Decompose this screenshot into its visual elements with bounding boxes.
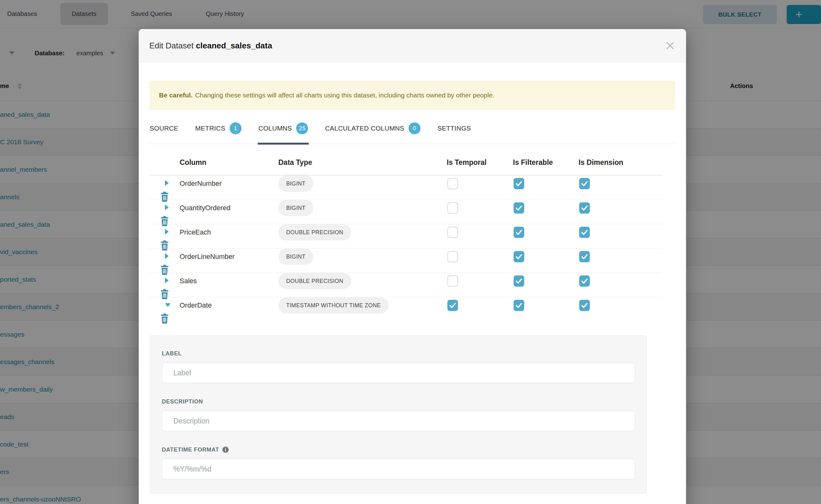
modal-body: Be careful. Changing these settings will… — [139, 81, 686, 493]
column-row-ordernumber: OrderNumberBIGINT — [150, 175, 663, 200]
check-icon — [581, 228, 589, 236]
tab-count-badge: 0 — [408, 122, 421, 134]
column-header-is-filterable: Is Filterable — [513, 158, 579, 167]
tab-settings[interactable]: SETTINGS — [438, 122, 471, 134]
tab-count-badge: 1 — [230, 122, 241, 134]
column-header-is-temporal: Is Temporal — [447, 158, 513, 167]
expand-caret-icon[interactable] — [165, 205, 169, 210]
check-icon — [581, 277, 589, 285]
columns-table-header: ColumnData TypeIs TemporalIs FilterableI… — [150, 144, 663, 175]
check-icon — [581, 301, 589, 309]
modal-title-prefix: Edit Dataset — [149, 41, 194, 50]
trash-icon[interactable] — [161, 216, 169, 226]
is-dimension-checkbox[interactable] — [579, 227, 590, 238]
data-type-pill: TIMESTAMP WITHOUT TIME ZONE — [278, 297, 388, 314]
info-icon[interactable] — [222, 446, 229, 453]
is-temporal-checkbox[interactable] — [448, 251, 458, 262]
trash-icon[interactable] — [161, 289, 169, 299]
column-row-priceeach: PriceEachDOUBLE PRECISION — [150, 224, 663, 249]
check-icon — [515, 204, 523, 212]
column-name: PriceEach — [180, 228, 278, 236]
close-icon[interactable] — [665, 40, 675, 51]
trash-icon[interactable] — [161, 265, 169, 275]
column-row-orderdate: OrderDateTIMESTAMP WITHOUT TIME ZONE — [150, 297, 663, 322]
field-label: DATETIME FORMAT — [162, 446, 219, 454]
is-dimension-checkbox[interactable] — [579, 178, 590, 189]
tab-label: SETTINGS — [438, 124, 471, 132]
field-group-label: LABEL — [162, 349, 635, 383]
is-dimension-checkbox[interactable] — [579, 251, 590, 262]
is-temporal-checkbox[interactable] — [448, 300, 458, 311]
tab-count-badge: 25 — [296, 122, 308, 134]
is-filterable-checkbox[interactable] — [514, 178, 524, 189]
is-dimension-checkbox[interactable] — [579, 202, 590, 214]
is-filterable-checkbox[interactable] — [514, 251, 524, 262]
trash-icon[interactable] — [161, 314, 169, 324]
field-label: LABEL — [162, 349, 182, 358]
is-dimension-checkbox[interactable] — [579, 275, 590, 287]
column-header-is-dimension: Is Dimension — [579, 158, 644, 167]
check-icon — [515, 228, 523, 236]
modal-tabs: SOURCEMETRICS1COLUMNS25CALCULATED COLUMN… — [150, 122, 675, 144]
data-type-pill: BIGINT — [278, 249, 313, 265]
warning-banner-text: Changing these settings will affect all … — [195, 91, 494, 99]
tab-calculated-columns[interactable]: CALCULATED COLUMNS0 — [325, 122, 421, 134]
is-filterable-checkbox[interactable] — [514, 202, 524, 214]
check-icon — [515, 301, 523, 309]
column-row-sales: SalesDOUBLE PRECISION — [150, 273, 663, 297]
column-name: OrderNumber — [180, 180, 278, 188]
is-temporal-checkbox[interactable] — [448, 227, 458, 238]
trash-icon[interactable] — [161, 240, 169, 250]
check-icon — [581, 253, 589, 261]
column-name: OrderDate — [180, 301, 278, 309]
column-header-data-type: Data Type — [278, 158, 447, 167]
expand-caret-icon[interactable] — [165, 180, 169, 186]
tab-metrics[interactable]: METRICS1 — [195, 122, 242, 134]
column-row-quantityordered: QuantityOrderedBIGINT — [150, 200, 663, 224]
modal-title: Edit Dataset cleaned_sales_data — [149, 41, 272, 51]
columns-table-body: OrderNumberBIGINT QuantityOrderedBIGINT … — [150, 175, 663, 322]
tab-label: CALCULATED COLUMNS — [325, 124, 404, 132]
check-icon — [515, 277, 523, 285]
tab-columns[interactable]: COLUMNS25 — [258, 122, 308, 134]
data-type-pill: BIGINT — [278, 200, 313, 216]
columns-table: ColumnData TypeIs TemporalIs FilterableI… — [150, 144, 675, 322]
trash-icon[interactable] — [161, 192, 169, 202]
data-type-pill: DOUBLE PRECISION — [278, 273, 351, 289]
edit-dataset-modal: Edit Dataset cleaned_sales_data Be caref… — [139, 29, 686, 504]
description-input[interactable] — [162, 411, 635, 431]
check-icon — [515, 253, 523, 261]
is-filterable-checkbox[interactable] — [514, 300, 524, 311]
datetime-format-input[interactable] — [162, 459, 635, 479]
column-name: QuantityOrdered — [180, 204, 278, 212]
field-group-datetime-format: DATETIME FORMAT — [162, 446, 635, 479]
is-dimension-checkbox[interactable] — [579, 300, 590, 311]
warning-banner: Be careful. Changing these settings will… — [150, 81, 675, 110]
data-type-pill: BIGINT — [278, 175, 313, 192]
modal-title-dataset-name: cleaned_sales_data — [196, 41, 272, 50]
is-temporal-checkbox[interactable] — [448, 178, 458, 189]
modal-header: Edit Dataset cleaned_sales_data — [139, 29, 686, 62]
tab-label: SOURCE — [150, 124, 178, 132]
check-icon — [581, 204, 589, 212]
column-name: Sales — [180, 277, 278, 285]
tab-label: COLUMNS — [258, 124, 292, 132]
is-temporal-checkbox[interactable] — [448, 275, 458, 287]
expand-caret-icon[interactable] — [165, 229, 169, 235]
column-expanded-editor: LABELDESCRIPTIONDATETIME FORMAT — [150, 335, 647, 493]
is-filterable-checkbox[interactable] — [514, 275, 524, 287]
data-type-pill: DOUBLE PRECISION — [278, 224, 351, 240]
column-row-orderlinenumber: OrderLineNumberBIGINT — [150, 249, 663, 273]
warning-banner-bold: Be careful. — [159, 91, 192, 99]
is-filterable-checkbox[interactable] — [514, 227, 524, 238]
expand-caret-icon[interactable] — [165, 253, 169, 259]
tab-label: METRICS — [195, 124, 225, 132]
tab-source[interactable]: SOURCE — [150, 122, 178, 134]
label-input[interactable] — [162, 363, 635, 383]
check-icon — [449, 301, 457, 309]
expand-caret-icon[interactable] — [165, 278, 169, 283]
check-icon — [515, 180, 523, 188]
is-temporal-checkbox[interactable] — [448, 202, 458, 214]
field-group-description: DESCRIPTION — [162, 398, 635, 431]
collapse-caret-icon[interactable] — [165, 303, 171, 307]
